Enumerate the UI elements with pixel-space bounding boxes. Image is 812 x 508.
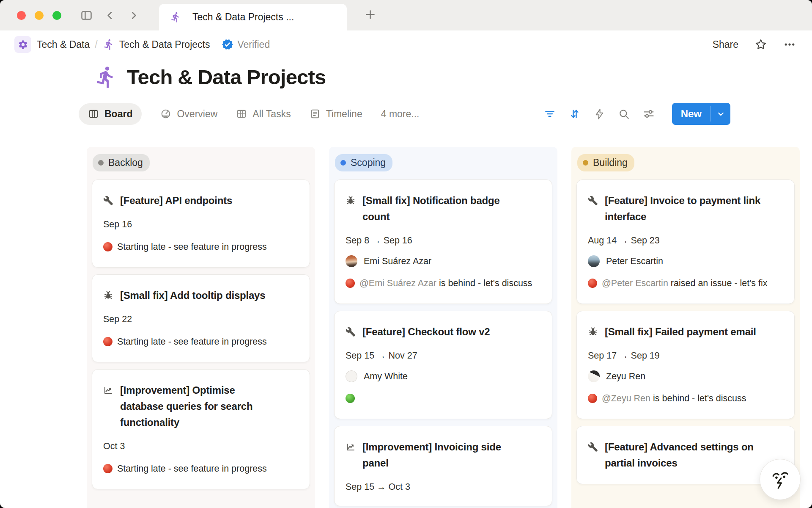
breadcrumb: Tech & Data / Tech & Data Projects Verif… xyxy=(14,36,270,53)
wrench-icon xyxy=(103,196,113,209)
favorite-star-icon[interactable] xyxy=(754,38,767,51)
verified-icon xyxy=(222,39,233,50)
card-title: [Small fix] Failed payment email xyxy=(605,324,756,340)
chevron-down-icon xyxy=(716,110,725,119)
card-title: [Feature] API endpoints xyxy=(120,193,232,209)
bug-icon xyxy=(588,327,598,340)
more-options-icon[interactable] xyxy=(783,38,796,51)
new-button[interactable]: New xyxy=(672,103,710,125)
new-button-group: New xyxy=(672,103,730,125)
browser-tab[interactable]: Tech & Data Projects ... xyxy=(159,4,347,30)
avatar xyxy=(346,370,357,382)
forward-icon[interactable] xyxy=(127,9,140,22)
view-settings-sliders-icon[interactable] xyxy=(643,108,655,120)
workspace-gear-icon[interactable] xyxy=(14,36,31,53)
task-card[interactable]: [Small fix] Add tooltip displays Sep 22 … xyxy=(92,274,310,362)
card-date: Sep 8 → Sep 16 xyxy=(346,234,541,247)
wrench-icon xyxy=(588,196,598,225)
ai-face-icon xyxy=(768,467,793,492)
avatar xyxy=(346,255,357,267)
task-card[interactable]: [Small fix] Notification badge count Sep… xyxy=(334,179,552,304)
improvement-chart-icon xyxy=(103,385,113,431)
card-title: [Improvement] Optimise database queries … xyxy=(120,382,281,431)
sort-icon[interactable] xyxy=(569,108,581,120)
tab-overview[interactable]: Overview xyxy=(160,108,217,120)
column-header-building[interactable]: Building xyxy=(577,154,634,171)
card-date: Sep 17 → Sep 19 xyxy=(588,349,783,362)
breadcrumb-bar: Tech & Data / Tech & Data Projects Verif… xyxy=(0,30,812,58)
card-date: Sep 22 xyxy=(103,313,299,326)
card-status: @Zeyu Ren is behind - let's discuss xyxy=(588,391,783,406)
green-circle-icon xyxy=(346,394,355,403)
overview-icon xyxy=(160,108,171,119)
column-header-backlog[interactable]: Backlog xyxy=(93,154,150,171)
back-icon[interactable] xyxy=(104,9,116,22)
task-card[interactable]: [Feature] API endpoints Sep 16 Starting … xyxy=(92,179,310,268)
column-header-scoping[interactable]: Scoping xyxy=(335,154,392,171)
page-title: Tech & Data Projects xyxy=(127,65,326,89)
red-circle-icon xyxy=(103,242,112,251)
page-title-runner-icon xyxy=(94,65,118,89)
page-runner-icon xyxy=(170,11,181,23)
red-circle-icon xyxy=(588,279,597,288)
card-status: Starting late - see feature in progress xyxy=(103,334,299,349)
tab-all-tasks[interactable]: All Tasks xyxy=(236,108,291,120)
task-card[interactable]: [Improvement] Optimise database queries … xyxy=(92,369,310,489)
red-circle-icon xyxy=(346,279,355,288)
card-title: [Small fix] Notification badge count xyxy=(362,193,523,225)
wrench-icon xyxy=(346,327,356,340)
tab-title: Tech & Data Projects ... xyxy=(192,11,294,23)
table-icon xyxy=(236,108,247,119)
card-assignee: Emi Suárez Azar xyxy=(346,255,541,267)
card-status xyxy=(346,391,541,406)
red-circle-icon xyxy=(103,464,112,473)
verified-badge[interactable]: Verified xyxy=(222,39,270,50)
sidebar-toggle-icon[interactable] xyxy=(80,9,93,22)
zoom-window-button[interactable] xyxy=(52,11,61,20)
card-title: [Improvement] Invoicing side panel xyxy=(362,439,523,471)
task-card[interactable]: [Feature] Invoice to payment link interf… xyxy=(576,179,795,304)
column-backlog: Backlog [Feature] API endpoints Sep 16 S… xyxy=(87,147,315,508)
browser-tab-bar: Tech & Data Projects ... xyxy=(0,0,812,30)
avatar xyxy=(588,255,600,267)
notion-ai-button[interactable] xyxy=(760,459,801,500)
tab-more-views[interactable]: 4 more... xyxy=(381,108,420,120)
close-window-button[interactable] xyxy=(17,11,26,20)
card-date: Sep 16 xyxy=(103,218,299,231)
avatar xyxy=(588,370,600,382)
window-controls xyxy=(17,11,61,20)
new-tab-icon[interactable] xyxy=(364,8,377,23)
new-button-caret[interactable] xyxy=(711,103,730,125)
task-card[interactable]: [Improvement] Invoicing side panel Sep 1… xyxy=(334,426,552,506)
status-dot-blue xyxy=(340,160,346,166)
tab-timeline[interactable]: Timeline xyxy=(310,108,362,120)
minimize-window-button[interactable] xyxy=(35,11,44,20)
search-icon[interactable] xyxy=(618,108,630,120)
verified-label: Verified xyxy=(237,39,270,50)
card-date: Aug 14 → Sep 23 xyxy=(588,234,783,247)
card-date: Sep 15 → Nov 27 xyxy=(346,349,541,362)
status-dot-yellow xyxy=(583,160,588,166)
task-card[interactable]: [Feature] Checkout flow v2 Sep 15 → Nov … xyxy=(334,311,552,419)
kanban-board: Backlog [Feature] API endpoints Sep 16 S… xyxy=(87,147,812,508)
red-circle-icon xyxy=(103,337,112,346)
share-button[interactable]: Share xyxy=(713,39,738,50)
page-runner-icon xyxy=(103,39,115,50)
card-status: Starting late - see feature in progress xyxy=(103,239,299,254)
column-building: Building [Feature] Invoice to payment li… xyxy=(571,147,800,508)
card-date: Sep 15 → Oct 3 xyxy=(346,480,541,493)
board-icon xyxy=(88,108,99,119)
tab-board[interactable]: Board xyxy=(79,103,142,125)
card-status: @Emi Suárez Azar is behind - let's discu… xyxy=(346,276,541,291)
card-title: [Feature] Checkout flow v2 xyxy=(362,324,490,340)
red-circle-icon xyxy=(588,394,597,403)
card-title: [Small fix] Add tooltip displays xyxy=(120,287,265,304)
breadcrumb-page[interactable]: Tech & Data Projects xyxy=(119,39,210,50)
automation-lightning-icon[interactable] xyxy=(594,108,605,120)
improvement-chart-icon xyxy=(346,442,356,471)
card-assignee: Zeyu Ren xyxy=(588,370,783,382)
breadcrumb-workspace[interactable]: Tech & Data xyxy=(37,39,90,50)
card-title: [Feature] Invoice to payment link interf… xyxy=(605,193,765,225)
task-card[interactable]: [Small fix] Failed payment email Sep 17 … xyxy=(576,311,795,419)
filter-icon[interactable] xyxy=(544,108,556,120)
